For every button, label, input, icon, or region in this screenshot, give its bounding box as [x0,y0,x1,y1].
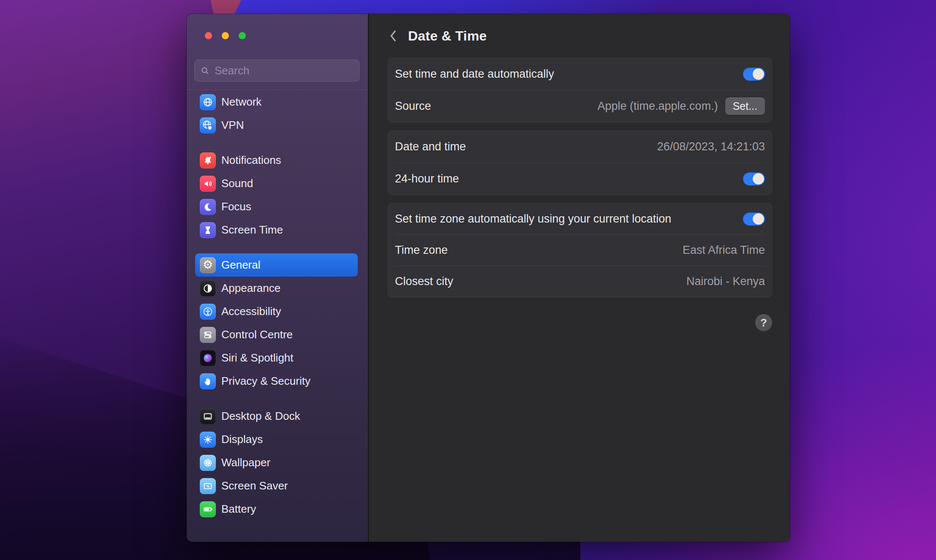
set-source-button[interactable]: Set... [725,98,765,115]
sidebar-section-connectivity: Network VPN [195,90,358,137]
row-date-and-time: Date and time 26/08/2023, 14:21:03 [388,131,772,163]
control-centre-icon [200,327,216,343]
sidebar-item-sound[interactable]: Sound [195,172,358,195]
row-timezone-auto: Set time zone automatically using your c… [388,204,772,234]
system-settings-window: Search Network [187,14,790,542]
row-label: 24-hour time [395,172,743,185]
sidebar-item-network[interactable]: Network [195,90,358,114]
sidebar-item-vpn[interactable]: VPN [195,114,358,137]
timezone-auto-toggle[interactable] [743,212,765,226]
sidebar-item-label: Notifications [221,154,281,167]
closest-city-value: Nairobi - Kenya [686,275,765,288]
row-label: Closest city [395,275,686,288]
pane-header: Date & Time [369,14,790,58]
help-row: ? [369,314,772,331]
sidebar-item-label: Appearance [221,282,280,295]
row-label: Source [395,100,598,113]
page-title: Date & Time [408,28,487,44]
screen-time-icon [200,222,216,238]
sidebar-item-label: Network [221,95,261,109]
toggle-knob [753,173,764,185]
back-button[interactable] [389,30,397,42]
sidebar-item-label: Battery [221,503,256,516]
time-zone-value: East Africa Time [683,244,765,257]
row-label: Set time zone automatically using your c… [395,212,743,226]
search-placeholder: Search [215,64,249,77]
settings-group-timezone: Set time zone automatically using your c… [388,203,772,297]
row-label: Time zone [395,244,683,257]
row-label: Set time and date automatically [395,68,743,81]
sidebar-item-label: Focus [221,200,251,213]
row-label: Date and time [395,140,657,153]
sidebar-item-label: Displays [221,433,263,446]
network-icon [200,94,216,110]
general-icon: ⚙ [200,257,216,273]
help-button[interactable]: ? [755,314,772,331]
twentyfour-hour-toggle[interactable] [743,172,765,185]
desktop-dock-icon [200,408,216,424]
sidebar-item-label: Sound [221,177,253,190]
sidebar-item-battery[interactable]: Battery [195,497,358,521]
date-time-value: 26/08/2023, 14:21:03 [657,140,765,153]
sidebar-item-label: Siri & Spotlight [221,351,294,364]
appearance-icon [200,280,216,296]
toggle-knob [753,213,764,225]
privacy-security-icon [200,373,216,389]
sound-icon [200,176,216,192]
sidebar-item-label: General [221,258,261,272]
sidebar-item-label: Control Centre [221,328,293,341]
sidebar-item-screen-time[interactable]: Screen Time [195,218,358,242]
sidebar-section-system: ⚙ General Appearance [195,253,358,393]
sidebar-item-label: Screen Saver [221,479,288,492]
row-source: Source Apple (time.apple.com.) Set... [388,90,772,122]
sidebar-item-label: Privacy & Security [221,375,310,388]
zoom-window-button[interactable] [239,32,246,39]
sidebar-item-displays[interactable]: Displays [195,428,358,451]
sidebar-item-focus[interactable]: Focus [195,195,358,218]
accessibility-icon [200,304,216,320]
sidebar-item-general[interactable]: ⚙ General [195,253,358,277]
search-input[interactable]: Search [194,60,359,82]
settings-group-automatic: Set time and date automatically Source A… [388,58,772,122]
sidebar-item-siri-spotlight[interactable]: Siri & Spotlight [195,346,358,370]
screen-saver-icon [200,478,216,494]
row-set-time-auto: Set time and date automatically [388,58,772,90]
sidebar: Search Network [187,14,369,542]
settings-group-datetime: Date and time 26/08/2023, 14:21:03 24-ho… [388,130,772,195]
row-24-hour: 24-hour time [388,163,772,195]
sidebar-item-privacy-security[interactable]: Privacy & Security [195,370,358,393]
sidebar-item-label: Desktop & Dock [221,410,300,423]
sidebar-item-notifications[interactable]: Notifications [195,149,358,172]
sidebar-divider [187,90,368,90]
date-time-pane: Date & Time Set time and date automatica… [369,14,790,542]
source-value: Apple (time.apple.com.) [598,100,718,113]
focus-icon [200,199,216,215]
sidebar-item-label: Accessibility [221,305,281,318]
sidebar-item-accessibility[interactable]: Accessibility [195,300,358,323]
wallpaper-icon [200,455,216,471]
close-window-button[interactable] [205,32,212,39]
set-time-auto-toggle[interactable] [743,68,765,81]
notifications-icon [200,152,216,169]
siri-icon [200,350,216,366]
toggle-knob [753,68,764,80]
help-label: ? [760,316,767,329]
sidebar-section-alerts: Notifications Sound [195,149,358,242]
sidebar-item-control-centre[interactable]: Control Centre [195,323,358,346]
sidebar-nav: Network VPN [195,90,358,521]
minimize-window-button[interactable] [222,32,229,39]
sidebar-item-wallpaper[interactable]: Wallpaper [195,451,358,474]
displays-icon [200,432,216,448]
chevron-left-icon [389,30,397,42]
vpn-icon [200,117,216,133]
search-icon [200,66,210,76]
window-controls [205,32,246,39]
sidebar-item-screen-saver[interactable]: Screen Saver [195,474,358,497]
battery-icon [200,501,216,517]
sidebar-item-label: Wallpaper [221,456,270,469]
sidebar-item-label: VPN [221,119,244,132]
sidebar-item-label: Screen Time [221,223,283,237]
row-time-zone: Time zone East Africa Time [388,235,772,266]
sidebar-item-desktop-dock[interactable]: Desktop & Dock [195,405,358,428]
sidebar-item-appearance[interactable]: Appearance [195,277,358,300]
